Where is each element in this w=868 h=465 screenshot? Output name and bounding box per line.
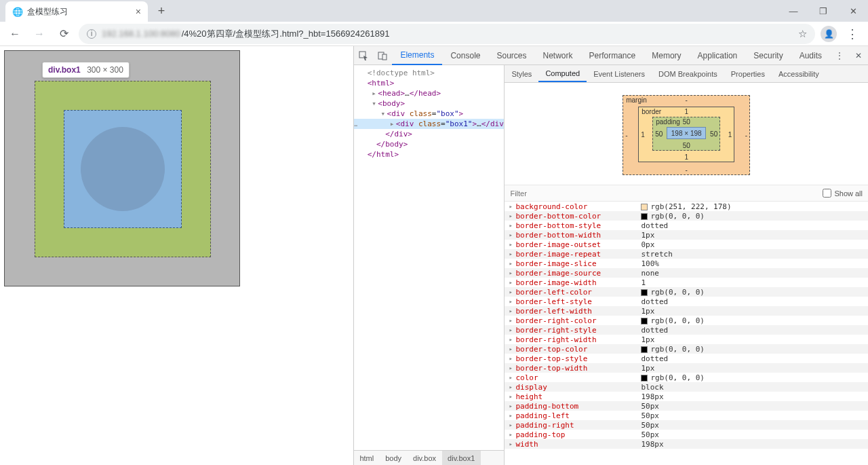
computed-row[interactable]: ▸padding-left50px — [505, 411, 868, 420]
url-host: 192.168.1.100:8080 — [102, 29, 180, 39]
devtools-tab-elements[interactable]: Elements — [392, 46, 442, 65]
new-tab-button[interactable]: + — [152, 1, 171, 20]
dom-body-close[interactable]: </body> — [354, 139, 504, 149]
devtools-tab-audits[interactable]: Audits — [791, 46, 830, 65]
subtab-accessibility[interactable]: Accessibility — [772, 65, 826, 82]
computed-row[interactable]: ▸border-right-styledotted — [505, 325, 868, 335]
computed-row[interactable]: ▸border-image-slice100% — [505, 259, 868, 268]
back-button[interactable]: ← — [5, 24, 24, 43]
forward-button[interactable]: → — [30, 24, 49, 43]
computed-row[interactable]: ▸padding-top50px — [505, 430, 868, 439]
devtools-close-icon[interactable]: ✕ — [849, 46, 868, 65]
profile-avatar[interactable]: 👤 — [821, 26, 837, 42]
computed-row[interactable]: ▸border-left-colorrgb(0, 0, 0) — [505, 287, 868, 297]
inspect-element-icon[interactable] — [354, 46, 373, 65]
dom-html-close[interactable]: </html> — [354, 149, 504, 160]
menu-icon[interactable]: ⋮ — [842, 26, 863, 41]
computed-row[interactable]: ▸width198px — [505, 439, 868, 449]
computed-row[interactable]: ▸border-image-outset0px — [505, 240, 868, 249]
dom-div-box[interactable]: ▾<div class="box"> — [354, 109, 504, 119]
devtools-tab-network[interactable]: Network — [535, 46, 581, 65]
styles-panel: StylesComputedEvent ListenersDOM Breakpo… — [505, 65, 868, 465]
svg-rect-2 — [382, 54, 387, 60]
computed-row[interactable]: ▸border-image-width1 — [505, 278, 868, 287]
devtools-tab-memory[interactable]: Memory — [644, 46, 689, 65]
breadcrumb-item[interactable]: div.box1 — [442, 451, 481, 465]
tab-strip: 🌐 盒模型练习 × + — ❐ ✕ — [0, 0, 868, 22]
subtab-dom-breakpoints[interactable]: DOM Breakpoints — [652, 65, 724, 82]
show-all-toggle[interactable]: Show all — [823, 189, 863, 198]
devtools-tab-performance[interactable]: Performance — [581, 46, 644, 65]
bookmark-icon[interactable]: ☆ — [798, 28, 807, 40]
border-label: border — [642, 108, 661, 115]
computed-row[interactable]: ▸border-top-styledotted — [505, 354, 868, 363]
dom-div-box-close[interactable]: </div> — [354, 129, 504, 139]
address-bar[interactable]: i 192.168.1.100:8080 /4%20第四章/盒模型练习.html… — [79, 24, 815, 44]
computed-row[interactable]: ▸border-left-styledotted — [505, 297, 868, 306]
content-size: 198 × 198 — [667, 127, 706, 139]
computed-row[interactable]: ▸border-bottom-styledotted — [505, 221, 868, 230]
devtools-header: ElementsConsoleSourcesNetworkPerformance… — [354, 46, 868, 65]
close-icon[interactable]: × — [136, 6, 141, 17]
dom-head[interactable]: ▸<head>…</head> — [354, 88, 504, 98]
computed-row[interactable]: ▸displayblock — [505, 382, 868, 392]
dom-div-box1[interactable]: … ▸<div class="box1">…</div> == $0 — [354, 119, 504, 129]
computed-row[interactable]: ▸border-top-colorrgb(0, 0, 0) — [505, 344, 868, 354]
computed-row[interactable]: ▸border-image-sourcenone — [505, 268, 868, 278]
devtools-kebab-icon[interactable]: ⋮ — [830, 46, 849, 65]
computed-row[interactable]: ▸border-right-colorrgb(0, 0, 0) — [505, 316, 868, 325]
computed-row[interactable]: ▸background-colorrgb(251, 222, 178) — [505, 202, 868, 211]
margin-label: margin — [626, 96, 647, 104]
computed-row[interactable]: ▸border-right-width1px — [505, 335, 868, 344]
device-toggle-icon[interactable] — [373, 46, 392, 65]
devtools-tab-security[interactable]: Security — [745, 46, 791, 65]
rendered-box[interactable]: div.box1 300 × 300 — [4, 50, 240, 286]
padding-label: padding — [656, 118, 680, 126]
computed-row[interactable]: ▸padding-right50px — [505, 420, 868, 430]
computed-row[interactable]: ▸border-bottom-width1px — [505, 230, 868, 240]
devtools-body: <!doctype html> <html> ▸<head>…</head> ▾… — [354, 65, 868, 465]
tab-title: 盒模型练习 — [27, 6, 136, 18]
computed-row[interactable]: ▸height198px — [505, 392, 868, 401]
close-window-button[interactable]: ✕ — [838, 1, 868, 21]
minimize-button[interactable]: — — [778, 1, 808, 21]
subtab-event-listeners[interactable]: Event Listeners — [587, 65, 652, 82]
dom-doctype[interactable]: <!doctype html> — [354, 68, 504, 78]
breadcrumb-item[interactable]: body — [380, 451, 408, 465]
browser-toolbar: ← → ⟳ i 192.168.1.100:8080 /4%20第四章/盒模型练… — [0, 22, 868, 46]
computed-row[interactable]: ▸border-top-width1px — [505, 363, 868, 373]
computed-row[interactable]: ▸border-bottom-colorrgb(0, 0, 0) — [505, 211, 868, 221]
breadcrumb-item[interactable]: html — [354, 451, 380, 465]
browser-tab[interactable]: 🌐 盒模型练习 × — [5, 1, 148, 22]
dom-tree[interactable]: <!doctype html> <html> ▸<head>…</head> ▾… — [354, 65, 504, 450]
tooltip-dimensions: 300 × 300 — [87, 65, 123, 75]
computed-row[interactable]: ▸colorrgb(0, 0, 0) — [505, 373, 868, 382]
devtools-tabs: ElementsConsoleSourcesNetworkPerformance… — [392, 46, 830, 65]
devtools-tab-console[interactable]: Console — [442, 46, 488, 65]
devtools: ElementsConsoleSourcesNetworkPerformance… — [353, 46, 868, 465]
computed-row[interactable]: ▸border-left-width1px — [505, 306, 868, 316]
devtools-tab-application[interactable]: Application — [690, 46, 746, 65]
subtab-styles[interactable]: Styles — [505, 65, 538, 82]
dom-panel: <!doctype html> <html> ▸<head>…</head> ▾… — [354, 65, 505, 465]
styles-subtabs: StylesComputedEvent ListenersDOM Breakpo… — [505, 65, 868, 83]
dom-body-open[interactable]: ▾<body> — [354, 98, 504, 109]
reload-button[interactable]: ⟳ — [54, 24, 73, 43]
window-controls: — ❐ ✕ — [778, 1, 868, 21]
info-icon[interactable]: i — [87, 29, 96, 39]
subtab-properties[interactable]: Properties — [724, 65, 772, 82]
url-path: /4%20第四章/盒模型练习.html?_hbt=1566924261891 — [182, 28, 390, 40]
dom-html-open[interactable]: <html> — [354, 78, 504, 88]
subtab-computed[interactable]: Computed — [538, 65, 587, 82]
computed-list[interactable]: ▸background-colorrgb(251, 222, 178)▸bord… — [505, 202, 868, 465]
browser-chrome: 🌐 盒模型练习 × + — ❐ ✕ ← → ⟳ i 192.168.1.100:… — [0, 0, 868, 46]
filter-input[interactable] — [510, 189, 823, 198]
devtools-tab-sources[interactable]: Sources — [488, 46, 534, 65]
computed-row[interactable]: ▸border-image-repeatstretch — [505, 249, 868, 259]
breadcrumb-item[interactable]: div.box — [408, 451, 442, 465]
dom-breadcrumb: htmlbodydiv.boxdiv.box1 — [354, 450, 504, 465]
computed-row[interactable]: ▸padding-bottom50px — [505, 401, 868, 411]
inspect-circle — [81, 127, 165, 211]
maximize-button[interactable]: ❐ — [808, 1, 838, 21]
computed-filter-row: Show all — [505, 185, 868, 202]
